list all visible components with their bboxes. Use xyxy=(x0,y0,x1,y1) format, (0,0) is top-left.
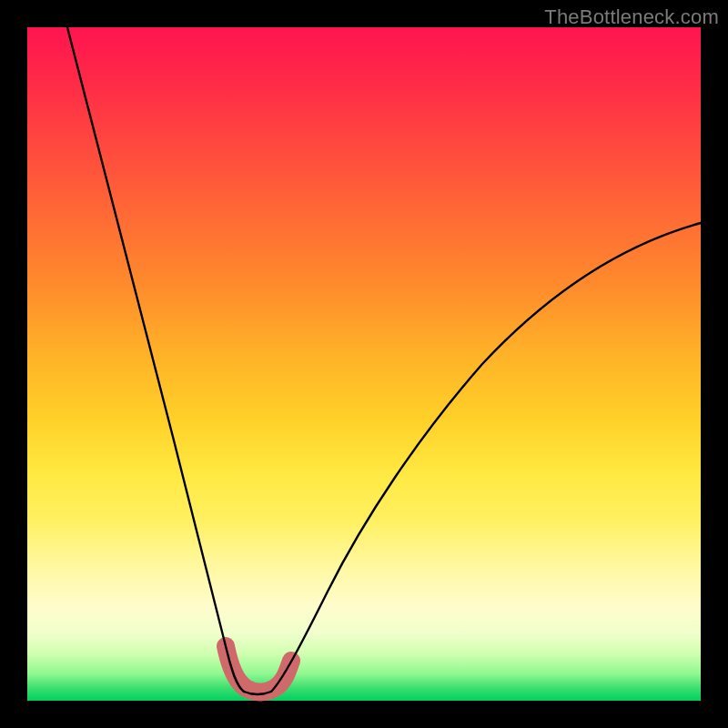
chart-frame: TheBottleneck.com xyxy=(0,0,728,728)
plot-area xyxy=(27,27,701,701)
valley-marker xyxy=(226,646,291,693)
chart-curves xyxy=(27,27,701,701)
curve-left-branch xyxy=(67,27,244,692)
watermark-text: TheBottleneck.com xyxy=(544,5,719,29)
curve-right-branch xyxy=(271,223,701,692)
